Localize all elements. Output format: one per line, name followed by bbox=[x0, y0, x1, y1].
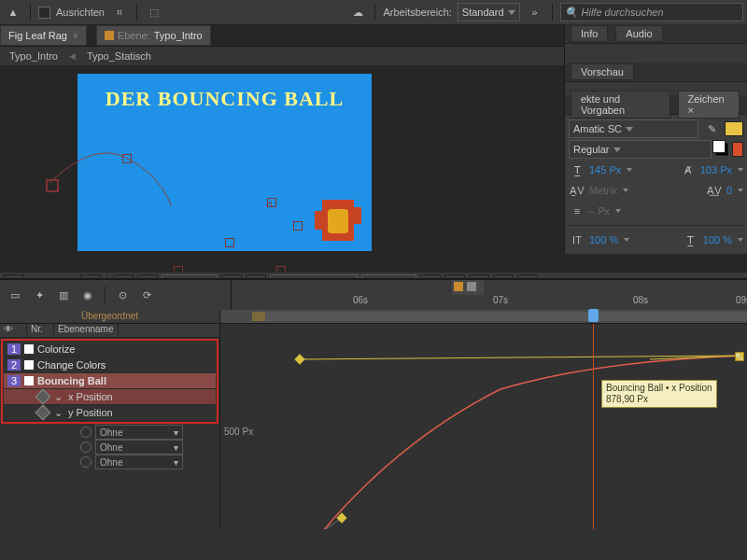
help-search-input[interactable]: 🔍Hilfe durchsuchen bbox=[560, 3, 744, 21]
canvas-title: DER BOUNCING BALL bbox=[78, 87, 372, 111]
anchor-point[interactable] bbox=[46, 179, 59, 192]
selection-tool-icon[interactable]: ▲ bbox=[4, 3, 22, 21]
no-stroke-swatch[interactable] bbox=[715, 143, 728, 156]
stroke-toggle[interactable] bbox=[732, 142, 743, 157]
align-label: Ausrichten bbox=[56, 7, 105, 18]
layer-row-colorize[interactable]: 1 Colorize bbox=[4, 342, 216, 357]
tab-audio[interactable]: Audio bbox=[615, 25, 662, 42]
tracking-icon: A͟V bbox=[706, 185, 723, 197]
workspace-dropdown[interactable]: Standard bbox=[458, 3, 520, 21]
right-panels: Info Audio Vorschau ekte und Vorgaben Ze… bbox=[564, 24, 747, 254]
timeline-toolbar: ▭ ✦ ▥ ◉ ⊙ ⟳ bbox=[0, 280, 232, 310]
frame-blend-icon[interactable]: ▥ bbox=[54, 286, 73, 304]
workspace-label: Arbeitsbereich: bbox=[383, 7, 451, 18]
font-style-dropdown[interactable]: Regular bbox=[569, 140, 712, 159]
keyframe-icon bbox=[35, 389, 51, 405]
tab-layer[interactable]: Ebene: Typo_Intro bbox=[96, 25, 211, 46]
draft3d-icon[interactable]: ✦ bbox=[30, 286, 49, 304]
visibility-column-icon: 👁 bbox=[0, 324, 27, 337]
anchor-point[interactable] bbox=[122, 154, 132, 163]
sync-icon[interactable]: ☁ bbox=[348, 3, 367, 21]
layer-list: 👁 Nr. Ebenenname 1 Colorize 2 Change Col… bbox=[0, 324, 220, 529]
hscale-icon: T̲ bbox=[683, 234, 699, 246]
motion-blur-icon[interactable]: ◉ bbox=[78, 286, 97, 304]
work-area-bar[interactable] bbox=[220, 310, 747, 323]
tab-preview[interactable]: Vorschau bbox=[571, 63, 634, 80]
crumb-2[interactable]: Typo_Statisch bbox=[87, 50, 151, 62]
font-size-icon: T̲ bbox=[569, 164, 585, 176]
main-toolbar: ▲ Ausrichten ⌗ ⬚ ☁ Arbeitsbereich: Stand… bbox=[0, 0, 747, 25]
snap-icon[interactable]: ⌗ bbox=[110, 3, 129, 21]
prop-x-position[interactable]: ⌄x Position bbox=[4, 389, 216, 405]
graph-editor-icon[interactable]: ▭ bbox=[6, 286, 24, 304]
parent-dropdown[interactable]: Ohne▾ bbox=[95, 455, 183, 469]
graph-editor[interactable]: 500 Px Bouncing Ball • x Position 878,90… bbox=[220, 324, 747, 529]
fill-color-swatch[interactable] bbox=[725, 121, 743, 136]
nr-column: Nr. bbox=[27, 324, 54, 337]
font-family-dropdown[interactable]: Amatic SC bbox=[569, 119, 698, 138]
parent-dropdown[interactable]: Ohne▾ bbox=[95, 440, 183, 455]
anchor-point[interactable] bbox=[293, 221, 303, 231]
anchor-point[interactable] bbox=[276, 266, 286, 272]
crumb-1[interactable]: Typo_Intro bbox=[9, 50, 58, 62]
layer-row-bouncing-ball[interactable]: 3 Bouncing Ball bbox=[4, 373, 216, 389]
auto-keyframe-icon[interactable]: ⟳ bbox=[137, 286, 156, 304]
leading-icon: Ⱥ bbox=[680, 164, 697, 176]
tab-info[interactable]: Info bbox=[571, 25, 608, 42]
playhead[interactable] bbox=[593, 324, 594, 529]
anchor-point[interactable] bbox=[174, 266, 183, 272]
parent-header: Übergeordnet bbox=[0, 310, 220, 323]
stroke-width-icon: ≡ bbox=[569, 205, 585, 217]
bounds-icon[interactable]: ⬚ bbox=[145, 3, 163, 21]
stroke-width-value[interactable]: – Px bbox=[589, 205, 610, 217]
kerning-value[interactable]: Metrik bbox=[589, 185, 617, 196]
layer-row-change-colors[interactable]: 2 Change Colors bbox=[4, 357, 216, 373]
yellow-shape bbox=[328, 209, 348, 233]
parent-dropdown[interactable]: Ohne▾ bbox=[95, 425, 183, 440]
kerning-icon: A̱V bbox=[569, 185, 585, 197]
value-tooltip: Bouncing Ball • x Position 878,90 Px bbox=[601, 380, 717, 408]
anchor-point[interactable] bbox=[225, 238, 234, 247]
brainstorm-icon[interactable]: ⊙ bbox=[113, 286, 132, 304]
timeline-panel: ▭ ✦ ▥ ◉ ⊙ ⟳ 06s 07s 08s 09s Übergeordnet… bbox=[0, 278, 747, 560]
align-checkbox[interactable] bbox=[38, 7, 50, 19]
character-panel: Amatic SC ✎ Regular T̲ 145 Px Ⱥ 103 Px A… bbox=[565, 115, 747, 254]
timeline-ruler-area[interactable]: 06s 07s 08s 09s bbox=[232, 280, 747, 310]
vscale-value[interactable]: 100 % bbox=[589, 234, 618, 245]
keyframe-icon bbox=[35, 405, 51, 421]
vscale-icon: IT bbox=[569, 234, 585, 245]
toggle-switches[interactable] bbox=[452, 280, 484, 295]
cursor-icon: ↖ bbox=[735, 350, 744, 363]
time-ruler[interactable]: 06s 07s 08s 09s bbox=[232, 295, 747, 311]
hscale-value[interactable]: 100 % bbox=[703, 234, 732, 245]
anchor-point[interactable] bbox=[267, 198, 276, 207]
close-icon: × bbox=[688, 105, 694, 116]
close-icon[interactable]: × bbox=[73, 31, 78, 41]
layer-columns-header: 👁 Nr. Ebenenname bbox=[0, 324, 219, 338]
font-size-value[interactable]: 145 Px bbox=[589, 164, 621, 175]
svg-line-1 bbox=[272, 518, 342, 529]
eyedropper-icon[interactable]: ✎ bbox=[702, 119, 721, 138]
tab-fig-leaf[interactable]: Fig Leaf Rag× bbox=[0, 25, 87, 46]
tab-presets[interactable]: ekte und Vorgaben bbox=[571, 91, 670, 119]
tracking-value[interactable]: 0 bbox=[726, 185, 732, 196]
leading-value[interactable]: 103 Px bbox=[700, 164, 732, 175]
prop-y-position[interactable]: ⌄y Position bbox=[4, 405, 216, 421]
chevron-left-icon: ◄ bbox=[67, 50, 78, 62]
workspace-menu-icon[interactable]: » bbox=[526, 3, 544, 21]
name-column: Ebenenname bbox=[54, 324, 119, 337]
tab-character[interactable]: Zeichen × bbox=[678, 91, 740, 119]
